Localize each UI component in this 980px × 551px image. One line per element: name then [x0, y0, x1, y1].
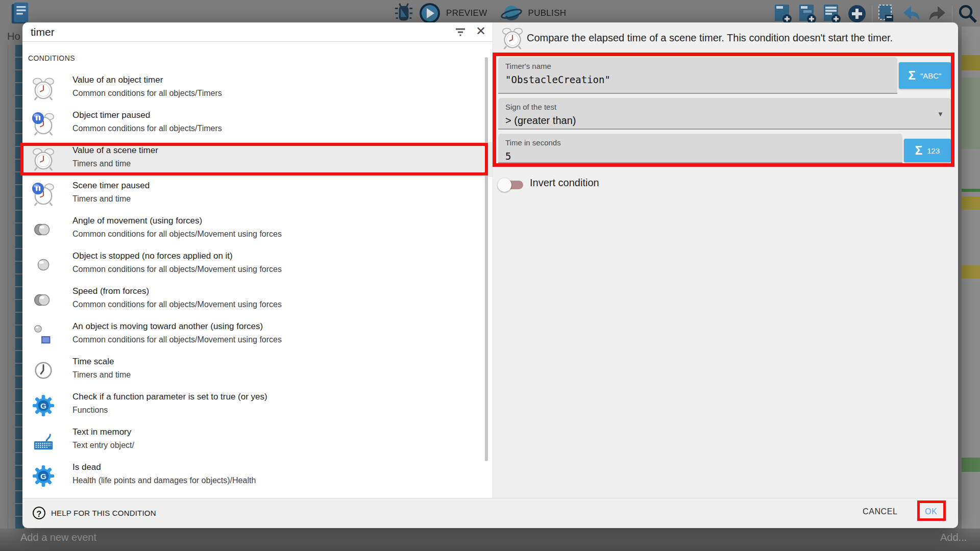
alarm-paused-icon — [32, 183, 55, 206]
condition-path: Common conditions for all objects/Moveme… — [72, 335, 282, 344]
condition-path: Common conditions for all objects/Moveme… — [72, 230, 282, 239]
search-input[interactable] — [31, 24, 449, 40]
condition-list-item[interactable]: Time scale Timers and time — [22, 353, 493, 388]
timer-name-value[interactable]: "ObstacleCreation" — [505, 74, 610, 85]
sigma-icon: Σ — [909, 68, 916, 83]
condition-title: Time scale — [72, 357, 114, 367]
condition-list-item[interactable]: G Is dead Health (life points and damage… — [22, 459, 493, 494]
alarm-clock-icon — [32, 77, 55, 101]
condition-path: Common conditions for all objects/Moveme… — [72, 300, 282, 309]
screen: PREVIEW PUBLISH — [0, 0, 980, 551]
search-bar: ✕ — [22, 22, 493, 42]
add-subevent-icon[interactable] — [797, 3, 818, 24]
sign-of-test-value: > (greater than) — [505, 115, 576, 127]
add-more-button[interactable]: Add... — [940, 532, 967, 543]
condition-list-item[interactable]: Value of an object timer Common conditio… — [22, 71, 493, 107]
condition-title: Object timer paused — [72, 110, 150, 120]
play-icon[interactable] — [419, 2, 441, 24]
condition-path: Common conditions for all objects/Timers — [72, 124, 222, 133]
preview-button[interactable]: PREVIEW — [446, 8, 487, 18]
condition-editor-panel: Compare the elapsed time of a scene time… — [493, 22, 958, 498]
invert-condition-toggle[interactable] — [500, 181, 523, 189]
sign-of-test-select[interactable]: Sign of the test > (greater than) ▼ — [498, 98, 951, 130]
condition-path: Text entry object/ — [72, 441, 134, 450]
alarm-paused-icon — [32, 112, 55, 136]
sphere-icon — [32, 253, 55, 277]
condition-list-item[interactable]: Object timer paused Common conditions fo… — [22, 107, 493, 142]
paste-icon[interactable] — [876, 3, 897, 24]
dimmed-bottom-area — [0, 529, 980, 551]
condition-path: Timers and time — [72, 159, 131, 168]
condition-title: Speed (from forces) — [72, 286, 149, 296]
condition-title: Check if a function parameter is set to … — [72, 392, 267, 402]
close-icon[interactable]: ✕ — [473, 23, 489, 39]
condition-search-panel: ✕ CONDITIONS Value of — [22, 22, 493, 498]
sign-of-test-label: Sign of the test — [505, 103, 556, 111]
condition-title: Value of a scene timer — [72, 145, 158, 156]
condition-path: Functions — [72, 406, 108, 415]
add-circle-icon[interactable] — [846, 3, 868, 24]
add-comment-icon[interactable] — [822, 3, 842, 24]
condition-title: Is dead — [72, 462, 101, 472]
condition-list-item-selected[interactable]: Value of a scene timer Timers and time — [22, 142, 493, 177]
gear-icon: G — [32, 464, 55, 488]
add-new-event-button[interactable]: Add a new event — [20, 532, 96, 543]
ok-button[interactable]: OK — [925, 507, 937, 516]
help-link[interactable]: HELP FOR THIS CONDITION — [51, 509, 156, 517]
gear-icon: G — [32, 394, 55, 417]
force-spheres-icon — [32, 218, 55, 241]
dialog-footer: ? HELP FOR THIS CONDITION CANCEL OK — [22, 498, 958, 528]
debug-icon[interactable] — [394, 2, 413, 24]
time-in-seconds-value[interactable]: 5 — [505, 151, 511, 162]
help-icon[interactable]: ? — [33, 507, 45, 519]
condition-description: Compare the elapsed time of a scene time… — [527, 32, 935, 44]
undo-icon[interactable] — [901, 3, 922, 24]
list-scrollbar[interactable] — [485, 57, 488, 461]
time-in-seconds-label: Time in seconds — [505, 138, 561, 147]
redo-icon[interactable] — [926, 3, 948, 24]
expression-abc-button[interactable]: Σ "ABC" — [899, 62, 951, 89]
publish-globe-icon[interactable] — [500, 2, 523, 24]
timer-name-label: Timer's name — [505, 62, 551, 70]
condition-list-item[interactable]: Text in memory Text entry object/ — [22, 423, 493, 459]
condition-list-item[interactable]: Speed (from forces) Common conditions fo… — [22, 283, 493, 318]
dimmed-scene-column — [962, 27, 980, 529]
chevron-down-icon: ▼ — [937, 110, 944, 118]
condition-path: Common conditions for all objects/Timers — [72, 89, 222, 98]
condition-title: Angle of movement (using forces) — [72, 216, 202, 226]
project-manager-icon[interactable] — [8, 2, 32, 25]
filter-icon[interactable] — [452, 24, 469, 40]
svg-text:G: G — [40, 402, 46, 410]
condition-title: Value of an object timer — [72, 75, 163, 85]
condition-path: Common conditions for all objects/Moveme… — [72, 265, 282, 274]
condition-dialog: ✕ CONDITIONS Value of — [22, 22, 958, 528]
condition-list-item[interactable]: An object is moving toward another (usin… — [22, 318, 493, 353]
condition-list-item[interactable]: Angle of movement (using forces) Common … — [22, 212, 493, 247]
search-icon[interactable] — [957, 3, 979, 25]
svg-text:G: G — [40, 472, 46, 481]
moving-toward-icon — [32, 323, 55, 347]
add-event-icon[interactable] — [773, 3, 793, 24]
condition-list-item[interactable]: G Check if a function parameter is set t… — [22, 388, 493, 423]
invert-condition-label: Invert condition — [530, 177, 599, 189]
toggle-knob — [498, 178, 511, 192]
publish-button[interactable]: PUBLISH — [528, 8, 567, 18]
condition-list-item[interactable]: Object is stopped (no forces applied on … — [22, 247, 493, 283]
timer-name-field[interactable]: Timer's name "ObstacleCreation" — [498, 57, 897, 94]
alarm-clock-icon — [501, 27, 524, 49]
force-spheres-icon — [32, 288, 55, 312]
expression-123-button[interactable]: Σ 123 — [904, 139, 951, 162]
condition-path: Timers and time — [72, 194, 131, 204]
time-in-seconds-field[interactable]: Time in seconds 5 — [498, 134, 902, 163]
condition-list-item[interactable]: Scene timer paused Timers and time — [22, 177, 493, 212]
condition-title: Text in memory — [72, 427, 131, 437]
conditions-section-label: CONDITIONS — [28, 54, 75, 62]
home-tab-label[interactable]: Ho — [7, 31, 20, 42]
condition-title: Scene timer paused — [72, 181, 150, 191]
alarm-clock-icon — [32, 147, 55, 171]
clock-icon — [32, 359, 55, 382]
condition-list: Value of an object timer Common conditio… — [22, 71, 493, 494]
sigma-icon: Σ — [915, 143, 922, 158]
cancel-button[interactable]: CANCEL — [863, 507, 898, 516]
condition-path: Timers and time — [72, 370, 131, 380]
